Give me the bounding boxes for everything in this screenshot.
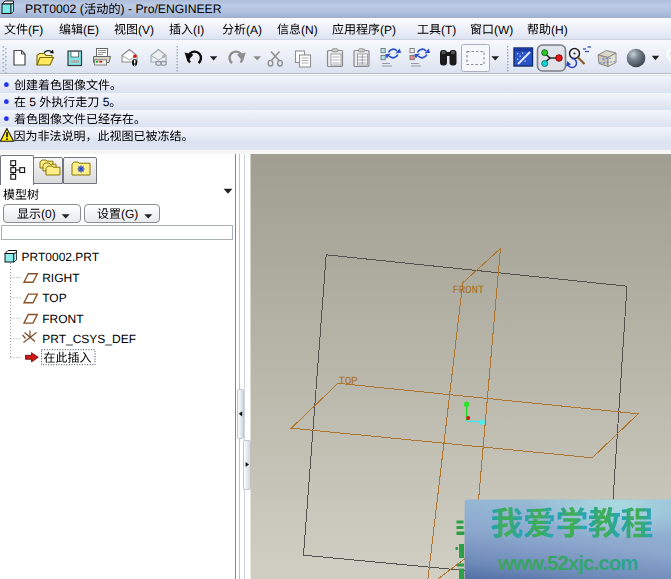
svg-text:PRT0002 (: PRT0002 ( — [25, 2, 84, 16]
svg-text:(A): (A) — [246, 23, 262, 37]
svg-text:(I): (I) — [193, 23, 204, 37]
svg-text:(G): (G) — [121, 207, 138, 221]
svg-text:FRONT: FRONT — [42, 312, 84, 326]
svg-text:TOP: TOP — [339, 376, 359, 388]
svg-text:PRT0002.PRT: PRT0002.PRT — [22, 250, 100, 264]
svg-text:5: 5 — [99, 95, 109, 109]
svg-text:(0): (0) — [41, 207, 56, 221]
svg-text:PRT_CSYS_DEF: PRT_CSYS_DEF — [42, 332, 136, 346]
svg-text:RIGHT: RIGHT — [42, 271, 80, 285]
svg-text:(H): (H) — [551, 23, 568, 37]
svg-text:(W): (W) — [494, 23, 513, 37]
svg-text:(V): (V) — [138, 23, 154, 37]
svg-text:(T): (T) — [441, 23, 456, 37]
svg-text:(E): (E) — [83, 23, 99, 37]
svg-text:(F): (F) — [28, 23, 43, 37]
svg-text:5: 5 — [26, 95, 39, 109]
svg-text:FRONT: FRONT — [453, 285, 485, 297]
svg-text:(P): (P) — [380, 23, 396, 37]
svg-text:(N): (N) — [301, 23, 318, 37]
svg-text:) - Pro/ENGINEER: ) - Pro/ENGINEER — [121, 2, 222, 16]
svg-text:www.52xjc.com: www.52xjc.com — [497, 552, 639, 575]
svg-text:TOP: TOP — [42, 291, 66, 305]
